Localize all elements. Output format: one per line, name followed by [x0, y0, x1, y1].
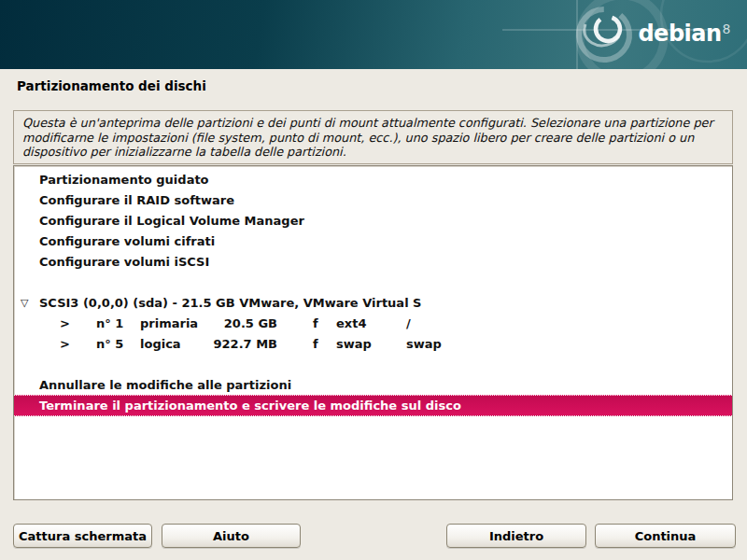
- back-button[interactable]: Indietro: [446, 524, 586, 548]
- page-title: Partizionamento dei dischi: [17, 78, 206, 93]
- expander-triangle-icon[interactable]: ▽: [21, 297, 39, 309]
- partition-number: n° 1: [96, 316, 140, 330]
- partition-menu: Partizionamento guidato Configurare il R…: [13, 165, 733, 500]
- header-banner: debian8: [0, 0, 747, 69]
- debian-brand-text: debian8: [638, 21, 730, 47]
- brand-version: 8: [723, 21, 730, 36]
- partition-size: 922.7 MB: [208, 337, 277, 351]
- menu-item-label: Configurare il RAID software: [39, 193, 234, 207]
- menu-item-configure-encrypted[interactable]: Configurare volumi cifrati: [14, 231, 732, 251]
- help-button[interactable]: Aiuto: [162, 524, 301, 548]
- menu-item-configure-raid[interactable]: Configurare il RAID software: [14, 189, 732, 210]
- partition-type: primaria: [140, 316, 208, 330]
- menu-item-finish-partitioning[interactable]: Terminare il partizionamento e scrivere …: [14, 395, 732, 416]
- menu-item-configure-lvm[interactable]: Configurare il Logical Volume Manager: [14, 210, 732, 231]
- menu-item-label: Configurare il Logical Volume Manager: [39, 214, 304, 228]
- menu-item-partition-1[interactable]: > n° 1 primaria 20.5 GB f ext4 /: [14, 313, 732, 333]
- partition-filesystem: swap: [336, 337, 406, 351]
- menu-item-label: Configurare volumi iSCSI: [39, 255, 209, 269]
- menu-item-label: Annullare le modifiche alle partizioni: [39, 378, 291, 392]
- spacer-row: [14, 354, 732, 374]
- spacer-row: [14, 272, 732, 292]
- menu-item-guided-partitioning[interactable]: Partizionamento guidato: [14, 169, 732, 189]
- menu-item-disk-sda[interactable]: ▽ SCSI3 (0,0,0) (sda) - 21.5 GB VMware, …: [14, 292, 732, 313]
- partition-mountpoint: /: [406, 316, 411, 330]
- disk-label: SCSI3 (0,0,0) (sda) - 21.5 GB VMware, VM…: [39, 296, 421, 310]
- brand-name: debian: [638, 21, 721, 47]
- partition-marker: >: [60, 316, 96, 330]
- screenshot-button[interactable]: Cattura schermata: [13, 524, 152, 548]
- partition-flag: f: [313, 316, 336, 330]
- continue-button[interactable]: Continua: [595, 524, 736, 548]
- debian-swirl-logo: [0, 0, 747, 69]
- menu-item-partition-5[interactable]: > n° 5 logica 922.7 MB f swap swap: [14, 333, 732, 354]
- menu-item-configure-iscsi[interactable]: Configurare volumi iSCSI: [14, 251, 732, 272]
- menu-item-label: Partizionamento guidato: [39, 173, 209, 187]
- menu-item-undo-changes[interactable]: Annullare le modifiche alle partizioni: [14, 374, 732, 395]
- menu-item-label: Terminare il partizionamento e scrivere …: [39, 399, 461, 413]
- partition-mountpoint: swap: [406, 337, 442, 351]
- partition-number: n° 5: [96, 337, 140, 351]
- partition-size: 20.5 GB: [208, 316, 277, 330]
- partition-filesystem: ext4: [336, 316, 406, 330]
- partition-flag: f: [313, 337, 336, 351]
- description-text: Questa è un'anteprima delle partizioni e…: [22, 116, 713, 159]
- menu-item-label: Configurare volumi cifrati: [39, 234, 215, 248]
- partition-marker: >: [60, 337, 96, 351]
- description-box: Questa è un'anteprima delle partizioni e…: [13, 110, 733, 164]
- partition-type: logica: [140, 337, 208, 351]
